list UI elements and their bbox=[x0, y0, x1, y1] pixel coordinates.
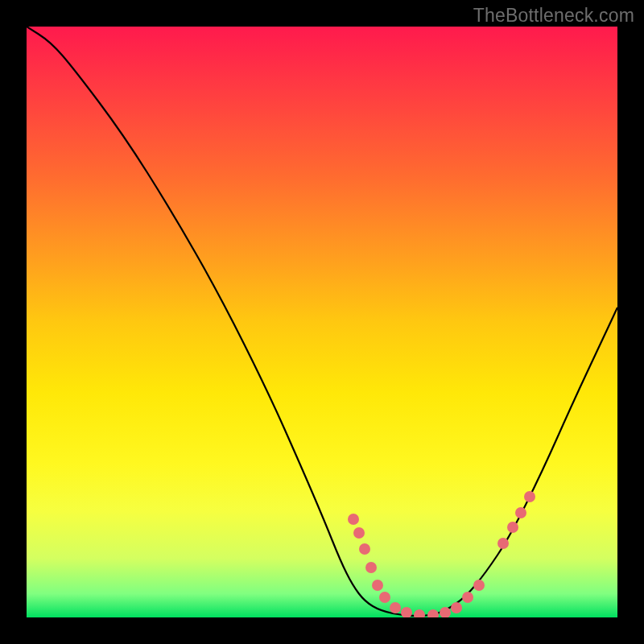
data-marker bbox=[365, 562, 377, 573]
plot-area bbox=[27, 27, 617, 617]
curve-path bbox=[27, 27, 617, 616]
data-marker bbox=[372, 580, 383, 591]
data-marker bbox=[427, 609, 439, 617]
data-marker bbox=[451, 602, 462, 613]
data-marker bbox=[414, 609, 425, 617]
data-marker bbox=[524, 491, 535, 502]
data-marker bbox=[379, 592, 390, 603]
data-marker bbox=[507, 522, 518, 533]
chart-svg bbox=[27, 27, 617, 617]
data-marker bbox=[473, 580, 485, 591]
data-marker bbox=[462, 592, 473, 603]
attribution-text: TheBottleneck.com bbox=[473, 5, 634, 27]
data-marker bbox=[515, 507, 526, 518]
data-marker bbox=[497, 538, 509, 549]
chart-container: TheBottleneck.com bbox=[0, 0, 644, 644]
data-marker bbox=[353, 527, 365, 539]
data-marker bbox=[348, 514, 359, 525]
data-marker bbox=[401, 607, 412, 617]
data-marker bbox=[390, 602, 401, 613]
data-marker bbox=[359, 543, 370, 555]
